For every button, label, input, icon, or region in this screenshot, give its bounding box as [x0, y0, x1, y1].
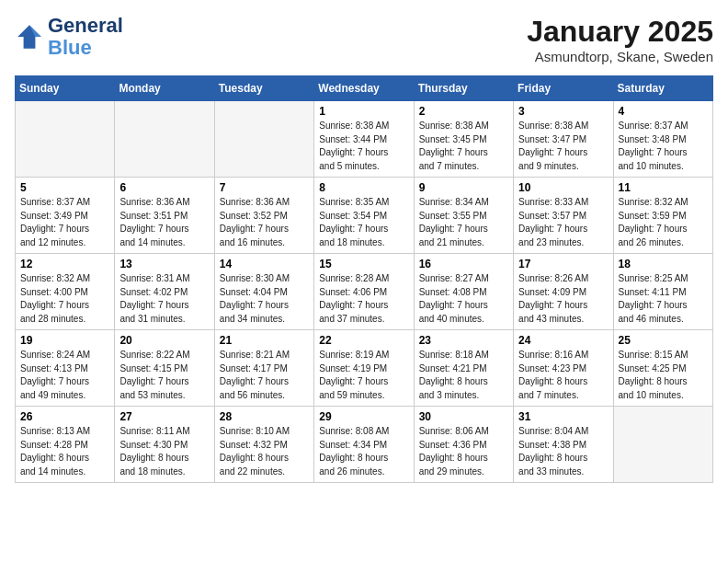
calendar-week-row: 1Sunrise: 8:38 AM Sunset: 3:44 PM Daylig…	[16, 101, 713, 178]
day-info: Sunrise: 8:22 AM Sunset: 4:15 PM Dayligh…	[119, 349, 209, 402]
day-number: 21	[220, 334, 309, 347]
logo: General Blue	[15, 15, 123, 59]
day-number: 7	[220, 181, 309, 194]
month-title: January 2025	[527, 15, 713, 49]
day-number: 28	[220, 410, 309, 423]
calendar-day-27: 27Sunrise: 8:11 AM Sunset: 4:30 PM Dayli…	[115, 407, 214, 483]
day-info: Sunrise: 8:36 AM Sunset: 3:51 PM Dayligh…	[119, 196, 209, 249]
day-info: Sunrise: 8:28 AM Sunset: 4:06 PM Dayligh…	[319, 272, 408, 326]
day-info: Sunrise: 8:37 AM Sunset: 3:49 PM Dayligh…	[20, 196, 109, 249]
day-number: 8	[319, 181, 408, 194]
day-number: 17	[518, 258, 608, 270]
day-info: Sunrise: 8:18 AM Sunset: 4:21 PM Dayligh…	[419, 349, 508, 402]
calendar-day-26: 26Sunrise: 8:13 AM Sunset: 4:28 PM Dayli…	[16, 407, 115, 483]
day-number: 27	[119, 410, 209, 423]
day-number: 2	[419, 105, 508, 118]
calendar-day-24: 24Sunrise: 8:16 AM Sunset: 4:23 PM Dayli…	[514, 330, 613, 407]
day-info: Sunrise: 8:32 AM Sunset: 4:00 PM Dayligh…	[20, 272, 109, 326]
calendar-day-9: 9Sunrise: 8:34 AM Sunset: 3:55 PM Daylig…	[414, 178, 513, 254]
day-info: Sunrise: 8:08 AM Sunset: 4:34 PM Dayligh…	[319, 425, 408, 478]
day-number: 22	[319, 334, 408, 347]
logo-icon	[15, 22, 44, 52]
day-number: 9	[419, 181, 508, 194]
day-info: Sunrise: 8:19 AM Sunset: 4:19 PM Dayligh…	[319, 349, 408, 402]
day-info: Sunrise: 8:35 AM Sunset: 3:54 PM Dayligh…	[319, 196, 408, 249]
calendar-day-empty	[115, 101, 214, 178]
day-number: 10	[518, 181, 608, 194]
calendar-table: SundayMondayTuesdayWednesdayThursdayFrid…	[15, 75, 713, 483]
day-number: 14	[220, 258, 309, 270]
calendar-day-29: 29Sunrise: 8:08 AM Sunset: 4:34 PM Dayli…	[314, 407, 414, 483]
weekday-header-monday: Monday	[115, 76, 214, 101]
calendar-day-8: 8Sunrise: 8:35 AM Sunset: 3:54 PM Daylig…	[314, 178, 414, 254]
calendar-week-row: 26Sunrise: 8:13 AM Sunset: 4:28 PM Dayli…	[16, 407, 713, 483]
calendar-day-22: 22Sunrise: 8:19 AM Sunset: 4:19 PM Dayli…	[314, 330, 414, 407]
day-number: 1	[319, 105, 408, 118]
calendar-day-4: 4Sunrise: 8:37 AM Sunset: 3:48 PM Daylig…	[613, 101, 712, 178]
day-info: Sunrise: 8:38 AM Sunset: 3:47 PM Dayligh…	[518, 120, 608, 173]
day-number: 16	[419, 258, 508, 270]
calendar-day-2: 2Sunrise: 8:38 AM Sunset: 3:45 PM Daylig…	[414, 101, 513, 178]
day-number: 19	[20, 334, 109, 347]
day-number: 15	[319, 258, 408, 270]
day-number: 4	[619, 105, 708, 118]
calendar-header-row: SundayMondayTuesdayWednesdayThursdayFrid…	[16, 76, 713, 101]
day-info: Sunrise: 8:38 AM Sunset: 3:44 PM Dayligh…	[319, 120, 408, 173]
day-number: 18	[619, 258, 708, 270]
day-info: Sunrise: 8:30 AM Sunset: 4:04 PM Dayligh…	[220, 272, 309, 326]
calendar-day-11: 11Sunrise: 8:32 AM Sunset: 3:59 PM Dayli…	[613, 178, 712, 254]
calendar-day-13: 13Sunrise: 8:31 AM Sunset: 4:02 PM Dayli…	[115, 254, 214, 330]
day-number: 20	[119, 334, 209, 347]
day-number: 25	[619, 334, 708, 347]
day-number: 11	[619, 181, 708, 194]
calendar-day-empty	[16, 101, 115, 178]
day-number: 12	[20, 258, 109, 270]
day-number: 26	[20, 410, 109, 423]
day-info: Sunrise: 8:27 AM Sunset: 4:08 PM Dayligh…	[419, 272, 508, 326]
calendar-week-row: 12Sunrise: 8:32 AM Sunset: 4:00 PM Dayli…	[16, 254, 713, 330]
day-number: 3	[518, 105, 608, 118]
calendar-day-20: 20Sunrise: 8:22 AM Sunset: 4:15 PM Dayli…	[115, 330, 214, 407]
weekday-header-saturday: Saturday	[613, 76, 712, 101]
calendar-week-row: 5Sunrise: 8:37 AM Sunset: 3:49 PM Daylig…	[16, 178, 713, 254]
calendar-day-19: 19Sunrise: 8:24 AM Sunset: 4:13 PM Dayli…	[16, 330, 115, 407]
weekday-header-sunday: Sunday	[16, 76, 115, 101]
day-info: Sunrise: 8:13 AM Sunset: 4:28 PM Dayligh…	[20, 425, 109, 478]
calendar-day-28: 28Sunrise: 8:10 AM Sunset: 4:32 PM Dayli…	[214, 407, 313, 483]
calendar-day-30: 30Sunrise: 8:06 AM Sunset: 4:36 PM Dayli…	[414, 407, 513, 483]
calendar-week-row: 19Sunrise: 8:24 AM Sunset: 4:13 PM Dayli…	[16, 330, 713, 407]
logo-text: General Blue	[48, 15, 123, 59]
day-number: 6	[119, 181, 209, 194]
day-info: Sunrise: 8:15 AM Sunset: 4:25 PM Dayligh…	[619, 349, 708, 402]
day-info: Sunrise: 8:38 AM Sunset: 3:45 PM Dayligh…	[419, 120, 508, 173]
calendar-day-18: 18Sunrise: 8:25 AM Sunset: 4:11 PM Dayli…	[613, 254, 712, 330]
calendar-day-31: 31Sunrise: 8:04 AM Sunset: 4:38 PM Dayli…	[514, 407, 613, 483]
calendar-day-empty	[613, 407, 712, 483]
day-number: 13	[119, 258, 209, 270]
day-info: Sunrise: 8:31 AM Sunset: 4:02 PM Dayligh…	[119, 272, 209, 326]
day-info: Sunrise: 8:11 AM Sunset: 4:30 PM Dayligh…	[119, 425, 209, 478]
day-info: Sunrise: 8:25 AM Sunset: 4:11 PM Dayligh…	[619, 272, 708, 326]
page-header: General Blue January 2025 Asmundtorp, Sk…	[15, 15, 713, 64]
day-info: Sunrise: 8:16 AM Sunset: 4:23 PM Dayligh…	[518, 349, 608, 402]
day-info: Sunrise: 8:04 AM Sunset: 4:38 PM Dayligh…	[518, 425, 608, 478]
weekday-header-friday: Friday	[514, 76, 613, 101]
day-info: Sunrise: 8:32 AM Sunset: 3:59 PM Dayligh…	[619, 196, 708, 249]
day-info: Sunrise: 8:26 AM Sunset: 4:09 PM Dayligh…	[518, 272, 608, 326]
calendar-day-23: 23Sunrise: 8:18 AM Sunset: 4:21 PM Dayli…	[414, 330, 513, 407]
weekday-header-wednesday: Wednesday	[314, 76, 414, 101]
calendar-day-10: 10Sunrise: 8:33 AM Sunset: 3:57 PM Dayli…	[514, 178, 613, 254]
day-info: Sunrise: 8:37 AM Sunset: 3:48 PM Dayligh…	[619, 120, 708, 173]
calendar-day-5: 5Sunrise: 8:37 AM Sunset: 3:49 PM Daylig…	[16, 178, 115, 254]
day-info: Sunrise: 8:33 AM Sunset: 3:57 PM Dayligh…	[518, 196, 608, 249]
day-info: Sunrise: 8:24 AM Sunset: 4:13 PM Dayligh…	[20, 349, 109, 402]
day-number: 29	[319, 410, 408, 423]
day-info: Sunrise: 8:34 AM Sunset: 3:55 PM Dayligh…	[419, 196, 508, 249]
calendar-day-14: 14Sunrise: 8:30 AM Sunset: 4:04 PM Dayli…	[214, 254, 313, 330]
calendar-day-empty	[214, 101, 313, 178]
calendar-day-16: 16Sunrise: 8:27 AM Sunset: 4:08 PM Dayli…	[414, 254, 513, 330]
calendar-day-7: 7Sunrise: 8:36 AM Sunset: 3:52 PM Daylig…	[214, 178, 313, 254]
title-block: January 2025 Asmundtorp, Skane, Sweden	[527, 15, 713, 64]
calendar-day-21: 21Sunrise: 8:21 AM Sunset: 4:17 PM Dayli…	[214, 330, 313, 407]
day-number: 23	[419, 334, 508, 347]
